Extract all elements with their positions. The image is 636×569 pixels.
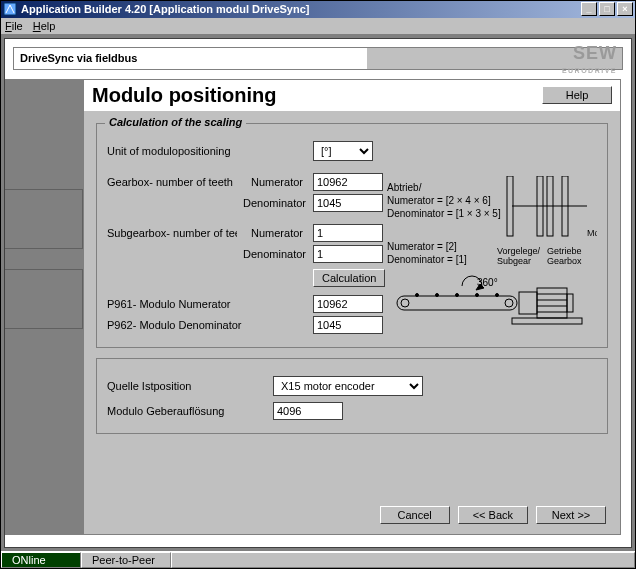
- formula-numerator2: Numerator = [2]: [387, 241, 501, 252]
- svg-point-19: [476, 293, 479, 296]
- main-panel: Modulo positioning Help Unit of modulopo…: [83, 79, 621, 535]
- svg-point-18: [456, 293, 459, 296]
- wizard-buttons: Cancel << Back Next >>: [380, 506, 606, 524]
- status-mode: Peer-to-Peer: [81, 552, 171, 568]
- maximize-button[interactable]: □: [599, 2, 615, 16]
- app-icon: [3, 2, 17, 16]
- denominator-label-2: Denominator: [243, 248, 307, 260]
- svg-rect-28: [512, 318, 582, 324]
- subgearbox-label: Subgearbox- number of teeth: [107, 227, 237, 239]
- client-area: DriveSync via fieldbus SEWEURODRIVE Modu…: [1, 35, 635, 551]
- p961-label: P961- Modulo Numerator: [107, 298, 307, 310]
- svg-point-15: [505, 299, 513, 307]
- numerator-label: Numerator: [243, 176, 307, 188]
- groupbox-source: Quelle Istposition X15 motor encoder Mod…: [96, 358, 608, 434]
- svg-rect-13: [397, 296, 517, 310]
- denominator-label: Denominator: [243, 197, 307, 209]
- subgear-numerator-input[interactable]: [313, 224, 383, 242]
- svg-point-17: [436, 293, 439, 296]
- resolution-label: Modulo Geberauflösung: [107, 405, 267, 417]
- unit-label: Unit of modulopositioning: [107, 145, 237, 157]
- formula-denominator: Denominator = [1 × 3 × 5]: [387, 208, 501, 219]
- status-online: ONline: [1, 552, 81, 568]
- svg-text:Motor: Motor: [587, 228, 597, 238]
- side-tab-2[interactable]: [5, 269, 83, 329]
- gearbox-diagram: Abtrieb/ Numerator = [2 × 4 × 6] Denomin…: [387, 176, 597, 356]
- side-tabs: [5, 79, 83, 535]
- menu-file[interactable]: File: [5, 20, 23, 32]
- svg-point-14: [401, 299, 409, 307]
- page-title: Modulo positioning: [92, 84, 542, 107]
- titlebar: Application Builder 4.20 [Application mo…: [1, 1, 635, 18]
- cancel-button[interactable]: Cancel: [380, 506, 450, 524]
- svg-text:Vorgelege/: Vorgelege/: [497, 246, 541, 256]
- next-button[interactable]: Next >>: [536, 506, 606, 524]
- back-button[interactable]: << Back: [458, 506, 528, 524]
- help-button[interactable]: Help: [542, 86, 612, 104]
- resolution-input[interactable]: [273, 402, 343, 420]
- module-title: DriveSync via fieldbus: [14, 52, 367, 64]
- p962-label: P962- Modulo Denominator: [107, 319, 307, 331]
- svg-rect-27: [567, 294, 573, 312]
- svg-rect-21: [519, 292, 537, 314]
- groupbox-scaling: Unit of modulopositioning [°] Gearbox- n…: [96, 123, 608, 348]
- formula-denominator2: Denominator = [1]: [387, 254, 501, 265]
- svg-point-16: [416, 293, 419, 296]
- subgear-denominator-input[interactable]: [313, 245, 383, 263]
- formula-numerator: Numerator = [2 × 4 × 6]: [387, 195, 501, 206]
- brand-logo: SEWEURODRIVE: [562, 46, 617, 78]
- gearbox-numerator-input[interactable]: [313, 173, 383, 191]
- p961-input[interactable]: [313, 295, 383, 313]
- svg-point-20: [496, 293, 499, 296]
- svg-text:Gearbox: Gearbox: [547, 256, 582, 266]
- menu-help[interactable]: Help: [33, 20, 56, 32]
- gearbox-label: Gearbox- number of teeth: [107, 176, 237, 188]
- quelle-label: Quelle Istposition: [107, 380, 267, 392]
- statusbar: ONline Peer-to-Peer: [1, 551, 635, 568]
- content-sheet: DriveSync via fieldbus SEWEURODRIVE Modu…: [4, 38, 632, 548]
- calculation-button[interactable]: Calculation: [313, 269, 385, 287]
- page-title-row: Modulo positioning Help: [84, 80, 620, 113]
- header-band: DriveSync via fieldbus: [13, 47, 623, 70]
- gearbox-denominator-input[interactable]: [313, 194, 383, 212]
- status-fill: [171, 552, 635, 568]
- quelle-combo[interactable]: X15 motor encoder: [273, 376, 423, 396]
- minimize-button[interactable]: _: [581, 2, 597, 16]
- close-button[interactable]: ×: [617, 2, 633, 16]
- p962-input[interactable]: [313, 316, 383, 334]
- window-title: Application Builder 4.20 [Application mo…: [21, 3, 581, 15]
- numerator-label-2: Numerator: [243, 227, 307, 239]
- menubar: File Help: [1, 18, 635, 35]
- app-window: Application Builder 4.20 [Application mo…: [0, 0, 636, 569]
- svg-text:Subgear: Subgear: [497, 256, 531, 266]
- svg-text:Getriebe: Getriebe: [547, 246, 582, 256]
- unit-combo[interactable]: [°]: [313, 141, 373, 161]
- abtrieb-label: Abtrieb/: [387, 182, 501, 193]
- svg-rect-22: [537, 288, 567, 318]
- side-tab-1[interactable]: [5, 189, 83, 249]
